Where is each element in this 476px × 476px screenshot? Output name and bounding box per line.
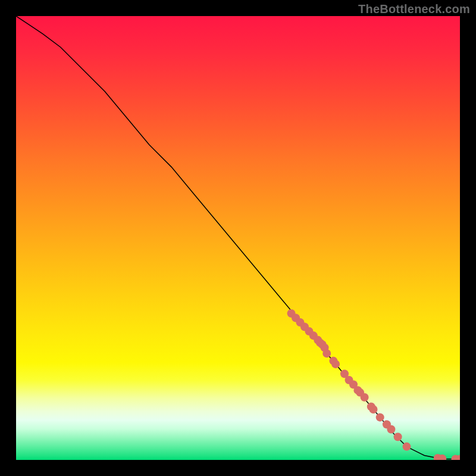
- plot-area: [16, 16, 460, 460]
- watermark-text: TheBottleneck.com: [358, 2, 470, 16]
- heat-gradient-background: [16, 16, 460, 460]
- chart-container: TheBottleneck.com: [0, 0, 476, 476]
